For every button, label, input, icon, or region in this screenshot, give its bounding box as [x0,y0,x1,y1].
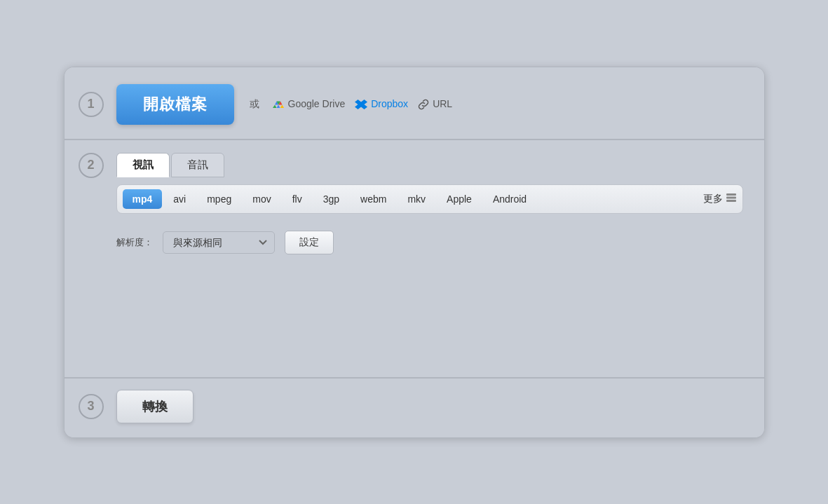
section-2-header: 2 視訊 音訊 mp4 avi mpeg mov flv 3gp webm mk… [79,153,743,214]
svg-marker-3 [280,104,284,108]
convert-button[interactable]: 轉換 [116,390,194,423]
tab-video[interactable]: 視訊 [116,153,170,177]
svg-rect-7 [726,193,736,196]
dropbox-icon [355,97,367,110]
format-apple[interactable]: Apple [437,189,482,209]
tab-buttons: 視訊 音訊 [116,153,743,177]
settings-button[interactable]: 設定 [285,231,334,254]
tab-audio[interactable]: 音訊 [171,153,224,177]
cloud-links: Google Drive Dropbox URL [272,97,453,110]
format-android[interactable]: Android [483,189,536,209]
settings-row: 解析度： 與來源相同 設定 [116,231,743,254]
svg-rect-8 [726,196,736,198]
resolution-select[interactable]: 與來源相同 [163,231,275,254]
dropbox-label: Dropbox [371,98,408,109]
svg-marker-1 [276,104,280,108]
more-container: 更多 [703,192,737,206]
google-drive-link[interactable]: Google Drive [272,97,346,110]
format-mkv[interactable]: mkv [398,189,435,209]
format-flv[interactable]: flv [283,189,312,209]
section-3: 3 轉換 [65,379,764,437]
google-drive-icon [272,97,285,110]
step-1-circle: 1 [79,92,104,117]
url-label: URL [433,98,452,109]
url-icon [418,98,429,110]
google-drive-label: Google Drive [288,98,346,109]
step-2-circle: 2 [79,153,104,178]
section-2: 2 視訊 音訊 mp4 avi mpeg mov flv 3gp webm mk… [65,140,764,379]
or-text: 或 [250,98,259,111]
open-file-button[interactable]: 開啟檔案 [116,84,234,125]
step-3-circle: 3 [79,394,104,419]
format-avi[interactable]: avi [163,189,196,209]
format-3gp[interactable]: 3gp [313,189,349,209]
section-1: 1 開啟檔案 或 [65,67,764,140]
format-mp4[interactable]: mp4 [123,189,163,209]
format-bar: mp4 avi mpeg mov flv 3gp webm mkv Apple … [116,184,743,214]
more-label: 更多 [703,193,723,205]
format-webm[interactable]: webm [351,189,396,209]
svg-rect-9 [726,200,736,202]
dropbox-link[interactable]: Dropbox [355,97,408,110]
main-container: 1 開啟檔案 或 [64,67,765,438]
format-mpeg[interactable]: mpeg [197,189,241,209]
more-dropdown-icon [726,192,737,206]
svg-marker-2 [273,104,277,108]
format-mov[interactable]: mov [243,189,280,209]
tabs-area: 視訊 音訊 mp4 avi mpeg mov flv 3gp webm mkv … [116,153,743,214]
resolution-label: 解析度： [116,236,153,249]
url-link[interactable]: URL [418,98,452,110]
